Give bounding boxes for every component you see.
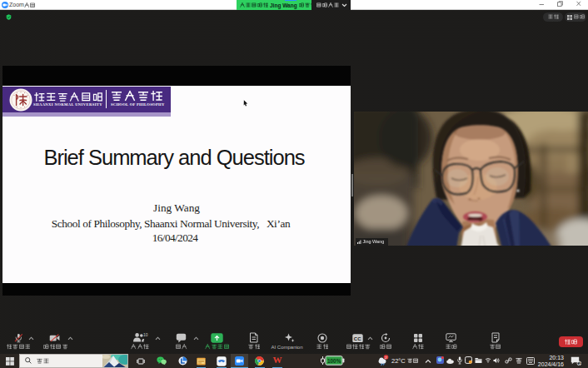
svg-text:1: 1 [578, 361, 581, 366]
svg-text:10: 10 [143, 332, 148, 337]
svg-text:100%: 100% [327, 358, 341, 364]
svg-text:CC: CC [354, 336, 361, 341]
